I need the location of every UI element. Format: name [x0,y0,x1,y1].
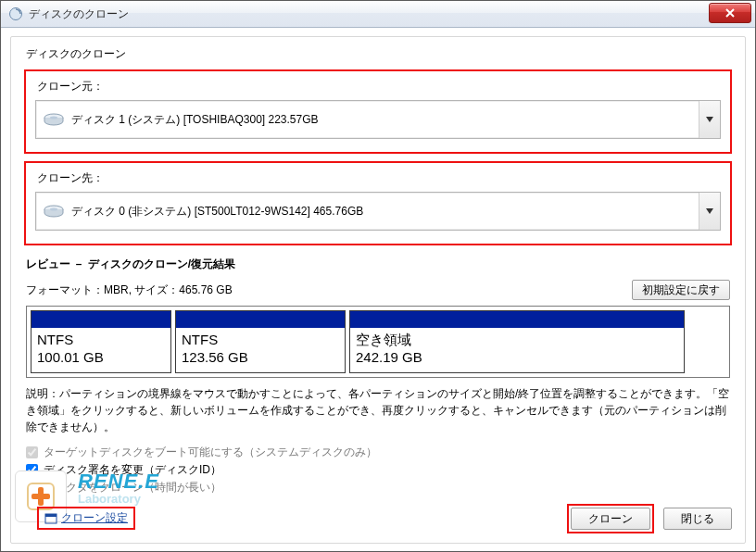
option-bootable-checkbox [26,446,38,458]
partition-size: 100.01 GB [37,349,165,367]
content-panel: ディスクのクローン クローン元： ディスク 1 (システム) [TOSHIBAQ… [10,36,746,544]
target-label: クローン先： [37,170,721,186]
partition[interactable]: 空き領域242.19 GB [349,310,685,373]
review-heading: レビュー － ディスクのクローン/復元結果 [26,257,732,272]
hdd-icon [44,113,64,126]
footer-buttons: クローン 閉じる [567,504,732,533]
svg-rect-12 [45,514,57,517]
brand-text: RENE.E Laboratory [78,470,159,506]
reset-defaults-button[interactable]: 初期設定に戻す [632,280,730,300]
target-selected-text: ディスク 0 (非システム) [ST500LT012-9WS142] 465.7… [71,204,363,220]
partition-title: NTFS [37,332,165,349]
window: ディスクのクローン ディスクのクローン クローン元： ディスク 1 (システム)… [0,0,756,552]
titlebar: ディスクのクローン [1,1,755,28]
partition-size: 242.19 GB [356,349,678,367]
chevron-down-icon [699,193,720,230]
app-icon [8,6,23,21]
source-group: クローン元： ディスク 1 (システム) [TOSHIBAQ300] 223.5… [24,69,732,154]
svg-rect-10 [32,494,50,499]
partition-size: 123.56 GB [182,349,339,367]
option-bootable-label: ターゲットディスクをブート可能にする（システムディスクのみ） [44,445,377,460]
source-selected-text: ディスク 1 (システム) [TOSHIBAQ300] 223.57GB [71,112,319,128]
brand-sub: Laboratory [78,492,159,506]
partition-layout[interactable]: NTFS100.01 GBNTFS123.56 GB空き領域242.19 GB [26,306,730,378]
svg-point-6 [50,208,57,211]
partition-bar [176,311,345,328]
format-row: フォーマット：MBR, サイズ：465.76 GB 初期設定に戻す [26,280,730,300]
source-label: クローン元： [37,79,721,94]
target-group: クローン先： ディスク 0 (非システム) [ST500LT012-9WS142… [24,161,732,245]
option-bootable: ターゲットディスクをブート可能にする（システムディスクのみ） [26,445,732,460]
hdd-icon [44,205,64,218]
clone-settings-link-box: クローン設定 [37,507,135,530]
close-window-button[interactable] [709,3,751,23]
svg-marker-4 [706,117,713,122]
partition-title: NTFS [182,332,339,349]
brand-name: RENE.E [78,470,159,494]
partition[interactable]: NTFS123.56 GB [175,310,346,373]
clone-button-highlight: クローン [567,504,654,533]
clone-settings-link[interactable]: クローン設定 [61,511,128,524]
partition-title: 空き領域 [356,332,678,349]
target-disk-dropdown[interactable]: ディスク 0 (非システム) [ST500LT012-9WS142] 465.7… [35,192,721,231]
partition-bar [32,311,170,328]
partition[interactable]: NTFS100.01 GB [31,310,171,373]
format-text: フォーマット：MBR, サイズ：465.76 GB [26,282,233,298]
settings-icon [44,513,57,524]
source-disk-dropdown[interactable]: ディスク 1 (システム) [TOSHIBAQ300] 223.57GB [35,100,721,139]
window-title: ディスクのクローン [29,6,129,22]
partition-bar [350,311,684,328]
svg-marker-7 [706,208,713,214]
layout-description: 説明：パーティションの境界線をマウスで動かすことによって、各パーティションのサイ… [26,385,730,435]
chevron-down-icon [699,101,720,138]
client-area: ディスクのクローン クローン元： ディスク 1 (システム) [TOSHIBAQ… [10,36,746,544]
clone-button[interactable]: クローン [571,508,650,530]
page-subtitle: ディスクのクローン [26,46,732,62]
svg-point-3 [50,117,57,119]
close-button[interactable]: 閉じる [663,508,732,530]
